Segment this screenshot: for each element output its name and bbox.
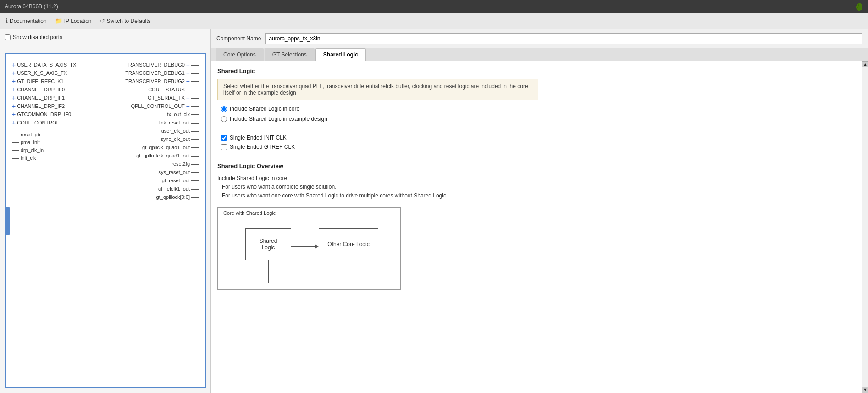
show-disabled-checkbox[interactable] bbox=[5, 34, 11, 40]
connector bbox=[191, 114, 199, 115]
plus-icon[interactable]: + bbox=[12, 119, 16, 127]
radio-include-core[interactable]: Include Shared Logic in core bbox=[221, 106, 859, 112]
port-label: CORE_STATUS bbox=[148, 86, 185, 94]
component-name-input[interactable] bbox=[265, 33, 862, 44]
plus-icon[interactable]: + bbox=[12, 86, 16, 94]
plus-icon[interactable]: + bbox=[12, 61, 16, 69]
left-ports-col: + USER_DATA_S_AXIS_TX + USER_K_S_AXIS_TX… bbox=[10, 61, 76, 201]
overview-title: Shared Logic Overview bbox=[217, 163, 859, 169]
port-label: USER_DATA_S_AXIS_TX bbox=[17, 61, 76, 69]
list-item: + USER_K_S_AXIS_TX bbox=[10, 69, 76, 77]
documentation-button[interactable]: ℹ Documentation bbox=[6, 17, 47, 24]
connector bbox=[191, 123, 199, 124]
plus-icon[interactable]: + bbox=[12, 78, 16, 85]
list-item: gt_refclk1_out bbox=[125, 185, 200, 193]
documentation-label: Documentation bbox=[10, 18, 47, 24]
connector bbox=[191, 73, 199, 74]
connector bbox=[191, 156, 199, 157]
tab-shared-logic[interactable]: Shared Logic bbox=[315, 48, 366, 61]
plus-icon[interactable]: + bbox=[186, 61, 190, 69]
divider2 bbox=[217, 157, 859, 157]
list-item: + CHANNEL_DRP_IF1 bbox=[10, 94, 76, 102]
port-label: GT_SERIAL_TX bbox=[148, 94, 185, 102]
diagram-arrow bbox=[291, 244, 319, 249]
arrow-line bbox=[291, 246, 315, 247]
connector bbox=[191, 139, 199, 140]
port-label: gt_qplllock[0:0] bbox=[156, 193, 190, 201]
overview-text: Include Shared Logic in core – For users… bbox=[217, 174, 859, 201]
list-item: TRANSCEIVER_DEBUG1 + bbox=[125, 69, 200, 77]
left-bar-indicator bbox=[6, 207, 10, 235]
other-core-logic-label: Other Core Logic bbox=[327, 241, 369, 247]
divider bbox=[217, 129, 859, 129]
list-item: drp_clk_in bbox=[10, 146, 76, 154]
list-item: + CHANNEL_DRP_IF2 bbox=[10, 102, 76, 110]
ports-inner: + USER_DATA_S_AXIS_TX + USER_K_S_AXIS_TX… bbox=[10, 61, 200, 201]
other-core-logic-box: Other Core Logic bbox=[319, 228, 378, 260]
radio-include-example-input[interactable] bbox=[221, 116, 227, 122]
connector bbox=[191, 131, 199, 132]
list-item: GT_SERIAL_TX + bbox=[125, 94, 200, 102]
port-label: GTCOMMON_DRP_IF0 bbox=[17, 111, 71, 118]
checkbox-single-gtref-label: Single Ended GTREF CLK bbox=[230, 144, 295, 150]
plus-icon[interactable]: + bbox=[12, 111, 16, 118]
plus-icon[interactable]: + bbox=[186, 78, 190, 85]
checkbox-group: Single Ended INIT CLK Single Ended GTREF… bbox=[217, 135, 859, 150]
show-disabled-ports[interactable]: Show disabled ports bbox=[5, 34, 206, 40]
shared-logic-title: Shared Logic bbox=[217, 67, 859, 74]
list-item: pma_init bbox=[10, 139, 76, 146]
connector bbox=[191, 172, 199, 173]
list-item: link_reset_out bbox=[125, 119, 200, 127]
plus-icon[interactable]: + bbox=[186, 86, 190, 94]
ip-location-button[interactable]: 📁 IP Location bbox=[55, 17, 92, 24]
port-label: CHANNEL_DRP_IF1 bbox=[17, 94, 65, 102]
list-item: CORE_STATUS + bbox=[125, 86, 200, 94]
port-label: sync_clk_out bbox=[160, 135, 190, 143]
plus-icon[interactable]: + bbox=[12, 94, 16, 102]
switch-defaults-button[interactable]: ↺ Switch to Defaults bbox=[100, 17, 151, 24]
leaf-icon bbox=[854, 2, 863, 11]
list-item: + USER_DATA_S_AXIS_TX bbox=[10, 61, 76, 69]
checkbox-single-gtref[interactable]: Single Ended GTREF CLK bbox=[221, 144, 859, 150]
checkbox-single-init[interactable]: Single Ended INIT CLK bbox=[221, 135, 859, 141]
app-title: Aurora 64B66B (11.2) bbox=[5, 3, 58, 10]
plus-icon[interactable]: + bbox=[12, 102, 16, 110]
scroll-down-button[interactable]: ▼ bbox=[862, 387, 868, 393]
scroll-up-button[interactable]: ▲ bbox=[862, 61, 868, 67]
plus-icon[interactable]: + bbox=[186, 102, 190, 110]
port-label: TRANSCEIVER_DEBUG2 bbox=[125, 78, 185, 85]
radio-include-core-input[interactable] bbox=[221, 106, 227, 112]
info-icon: ℹ bbox=[6, 17, 8, 24]
checkbox-single-gtref-input[interactable] bbox=[221, 144, 227, 150]
tab-gt-selections[interactable]: GT Selections bbox=[265, 48, 315, 61]
info-text: Select whether the transceiver quad PLL,… bbox=[223, 83, 528, 96]
tab-core-options[interactable]: Core Options bbox=[216, 48, 264, 61]
bottom-ports-group: reset_pb pma_init drp_clk_in bbox=[10, 131, 76, 162]
connector bbox=[191, 180, 199, 181]
plus-icon[interactable]: + bbox=[186, 69, 190, 77]
diagram-container-label: Core with Shared Logic bbox=[223, 210, 276, 216]
plus-icon[interactable]: + bbox=[186, 94, 190, 102]
list-item: + CORE_CONTROL bbox=[10, 119, 76, 127]
component-name-bar: Component Name bbox=[211, 29, 868, 48]
radio-include-example[interactable]: Include Shared Logic in example design bbox=[221, 116, 859, 122]
block-diagram: + USER_DATA_S_AXIS_TX + USER_K_S_AXIS_TX… bbox=[5, 53, 206, 388]
component-name-label: Component Name bbox=[216, 35, 261, 42]
list-item: gt_qpllclk_quad1_out bbox=[125, 144, 200, 152]
port-label: gt_qpllclk_quad1_out bbox=[142, 144, 190, 152]
scrollbar[interactable]: ▲ ▼ bbox=[862, 61, 868, 393]
overview-line-2: – For users who want a complete single s… bbox=[217, 183, 859, 191]
list-item: TRANSCEIVER_DEBUG0 + bbox=[125, 61, 200, 69]
connector bbox=[12, 142, 19, 143]
list-item: tx_out_clk bbox=[125, 111, 200, 118]
checkbox-single-init-label: Single Ended INIT CLK bbox=[230, 135, 287, 141]
list-item: gt_qplllock[0:0] bbox=[125, 193, 200, 201]
port-label: reset_pb bbox=[21, 131, 40, 139]
port-label: GT_DIFF_REFCLK1 bbox=[17, 78, 63, 85]
checkbox-single-init-input[interactable] bbox=[221, 135, 227, 141]
logic-diagram: Core with Shared Logic SharedLogic Other… bbox=[217, 207, 401, 290]
connector bbox=[191, 98, 199, 99]
list-item: sys_reset_out bbox=[125, 168, 200, 176]
connector bbox=[12, 150, 19, 151]
plus-icon[interactable]: + bbox=[12, 69, 16, 77]
